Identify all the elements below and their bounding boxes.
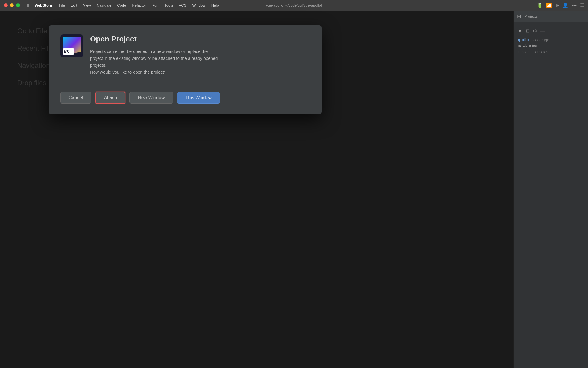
dialog-message: Projects can either be opened in a new w…: [90, 48, 310, 76]
menu-webstorm[interactable]: WebStorm: [32, 3, 56, 7]
projects-icon[interactable]: ⊞: [516, 12, 522, 20]
sidebar-minimize-icon[interactable]: —: [539, 27, 546, 35]
sidebar-filter-icon[interactable]: ⊟: [525, 27, 531, 35]
menu-vcs[interactable]: VCS: [176, 3, 189, 7]
menu-refactor[interactable]: Refactor: [129, 3, 149, 7]
user-icon: 👤: [562, 3, 568, 8]
close-button[interactable]: [4, 3, 8, 7]
menu-run[interactable]: Run: [149, 3, 161, 7]
more-icon: •••: [572, 3, 577, 8]
new-window-button[interactable]: New Window: [129, 92, 173, 103]
menu-view[interactable]: View: [80, 3, 94, 7]
open-project-dialog: WS Open Project Projects can either be o…: [49, 25, 322, 114]
sidebar-project-entry: apollo ~/code/gql/: [517, 37, 585, 42]
menu-code[interactable]: Code: [114, 3, 129, 7]
main-area: Go to File ⌘↓ Recent Files ⌘E Navigation…: [0, 11, 513, 368]
dialog-text: Open Project Projects can either be open…: [90, 34, 310, 76]
dialog-header: WS Open Project Projects can either be o…: [60, 34, 310, 76]
menu-help[interactable]: Help: [208, 3, 222, 7]
sidebar-content: ▼ ⊟ ⚙ — apollo ~/code/gql/ nal Libraries…: [514, 22, 588, 58]
menu-tools[interactable]: Tools: [161, 3, 176, 7]
apple-menu[interactable]: : [24, 3, 32, 8]
traffic-lights: [4, 3, 20, 7]
menu-window[interactable]: Window: [189, 3, 208, 7]
window-title: vue-apollo [~/code/gql/vue-apollo]: [266, 3, 322, 7]
sidebar-section-libraries: nal Libraries: [517, 42, 585, 49]
sidebar-toolbar: ⊞ Projects: [514, 11, 588, 22]
sidebar-dropdown-icon[interactable]: ▼: [517, 27, 523, 35]
webstorm-logo: WS: [60, 34, 83, 57]
cancel-button[interactable]: Cancel: [60, 92, 91, 103]
zoom-button[interactable]: [16, 3, 20, 7]
battery-icon: 🔋: [537, 3, 543, 8]
ide-body: Go to File ⌘↓ Recent Files ⌘E Navigation…: [0, 11, 588, 368]
dialog-actions: Cancel Attach New Window This Window: [60, 92, 310, 104]
titlebar:  WebStorm File Edit View Navigate Code …: [0, 0, 588, 11]
menu-edit[interactable]: Edit: [68, 3, 80, 7]
svg-text:WS: WS: [64, 49, 69, 54]
wifi-icon: 📶: [546, 3, 552, 8]
sidebar-section-consoles: ches and Consoles: [517, 49, 585, 55]
titlebar-controls: 🔋 📶 ⊕ 👤 ••• ☰: [537, 3, 584, 8]
list-icon: ☰: [580, 3, 584, 8]
minimize-button[interactable]: [10, 3, 14, 7]
right-sidebar: ⊞ Projects ▼ ⊟ ⚙ — apollo ~/code/gql/ na…: [513, 11, 588, 368]
attach-button[interactable]: Attach: [95, 92, 125, 104]
control-icon: ⊕: [555, 3, 559, 8]
projects-label: Projects: [524, 14, 538, 18]
sidebar-settings-icon[interactable]: ⚙: [532, 27, 538, 35]
this-window-button[interactable]: This Window: [177, 92, 220, 103]
dialog-title: Open Project: [90, 34, 310, 43]
menu-navigate[interactable]: Navigate: [94, 3, 114, 7]
menu-bar:  WebStorm File Edit View Navigate Code …: [24, 3, 222, 8]
modal-overlay: WS Open Project Projects can either be o…: [0, 11, 513, 368]
menu-file[interactable]: File: [56, 3, 68, 7]
